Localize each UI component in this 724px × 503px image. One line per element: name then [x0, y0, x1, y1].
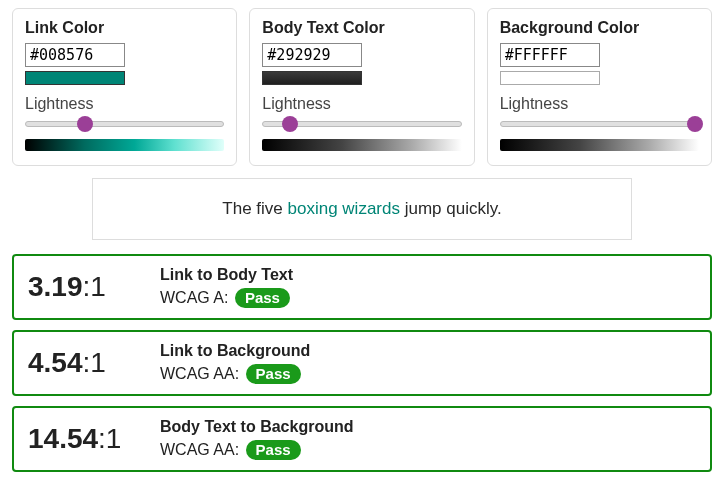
sample-text-before: The five [222, 199, 287, 218]
bg-color-swatch [500, 71, 600, 85]
ratio-denom: :1 [83, 271, 106, 302]
result-link-to-body: 3.19:1 Link to Body Text WCAG A: Pass [12, 254, 712, 320]
bg-hex-input[interactable] [500, 43, 600, 67]
slider-track [25, 121, 224, 127]
result-title: Body Text to Background [160, 418, 696, 436]
status-badge: Pass [246, 364, 301, 384]
ratio-value: 14.54 [28, 423, 98, 454]
body-hex-input[interactable] [262, 43, 362, 67]
color-panels-row: Link Color Lightness Body Text Color Lig… [12, 8, 712, 166]
wcag-level: WCAG A: [160, 289, 233, 306]
wcag-line: WCAG AA: Pass [160, 364, 696, 384]
status-badge: Pass [246, 440, 301, 460]
result-title: Link to Background [160, 342, 696, 360]
ratio-denom: :1 [83, 347, 106, 378]
link-lightness-slider[interactable] [25, 117, 224, 133]
result-details: Link to Background WCAG AA: Pass [160, 342, 696, 384]
slider-thumb[interactable] [687, 116, 703, 132]
lightness-label: Lightness [500, 95, 699, 113]
ratio-value: 3.19 [28, 271, 83, 302]
body-lightness-slider[interactable] [262, 117, 461, 133]
status-badge: Pass [235, 288, 290, 308]
wcag-level: WCAG AA: [160, 365, 244, 382]
contrast-ratio: 14.54:1 [28, 423, 152, 455]
body-gradient-bar [262, 139, 461, 151]
bg-gradient-bar [500, 139, 699, 151]
panel-title: Background Color [500, 19, 699, 37]
ratio-denom: :1 [98, 423, 121, 454]
slider-track [500, 121, 699, 127]
lightness-label: Lightness [262, 95, 461, 113]
result-title: Link to Body Text [160, 266, 696, 284]
panel-title: Link Color [25, 19, 224, 37]
panel-title: Body Text Color [262, 19, 461, 37]
link-hex-input[interactable] [25, 43, 125, 67]
panel-background-color: Background Color Lightness [487, 8, 712, 166]
body-color-swatch [262, 71, 362, 85]
bg-lightness-slider[interactable] [500, 117, 699, 133]
contrast-ratio: 3.19:1 [28, 271, 152, 303]
lightness-label: Lightness [25, 95, 224, 113]
wcag-line: WCAG A: Pass [160, 288, 696, 308]
result-body-to-background: 14.54:1 Body Text to Background WCAG AA:… [12, 406, 712, 472]
sample-text-box: The five boxing wizards jump quickly. [92, 178, 632, 240]
sample-link[interactable]: boxing wizards [288, 199, 400, 218]
panel-link-color: Link Color Lightness [12, 8, 237, 166]
wcag-level: WCAG AA: [160, 441, 244, 458]
result-details: Link to Body Text WCAG A: Pass [160, 266, 696, 308]
ratio-value: 4.54 [28, 347, 83, 378]
link-gradient-bar [25, 139, 224, 151]
sample-text-after: jump quickly. [400, 199, 502, 218]
slider-thumb[interactable] [282, 116, 298, 132]
result-link-to-background: 4.54:1 Link to Background WCAG AA: Pass [12, 330, 712, 396]
contrast-ratio: 4.54:1 [28, 347, 152, 379]
slider-thumb[interactable] [77, 116, 93, 132]
wcag-line: WCAG AA: Pass [160, 440, 696, 460]
link-color-swatch [25, 71, 125, 85]
result-details: Body Text to Background WCAG AA: Pass [160, 418, 696, 460]
panel-body-text-color: Body Text Color Lightness [249, 8, 474, 166]
